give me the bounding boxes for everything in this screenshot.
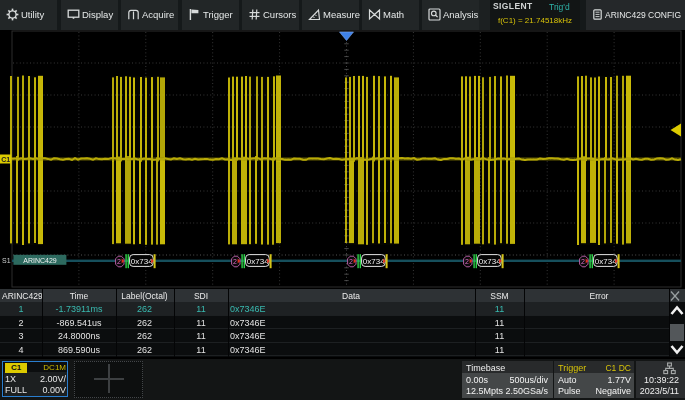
svg-text:2: 2 (117, 258, 121, 265)
svg-text:S1: S1 (2, 257, 11, 264)
svg-text:2: 2 (465, 258, 469, 265)
svg-text:ARINC429: ARINC429 (23, 257, 57, 264)
svg-text:2: 2 (581, 258, 585, 265)
svg-text:0x734: 0x734 (363, 257, 385, 266)
svg-text:0x734: 0x734 (479, 257, 501, 266)
svg-text:2: 2 (233, 258, 237, 265)
svg-text:0x734: 0x734 (595, 257, 617, 266)
svg-text:C1: C1 (1, 156, 10, 163)
svg-text:2: 2 (349, 258, 353, 265)
svg-text:0x734: 0x734 (247, 257, 269, 266)
svg-text:0x734: 0x734 (131, 257, 153, 266)
